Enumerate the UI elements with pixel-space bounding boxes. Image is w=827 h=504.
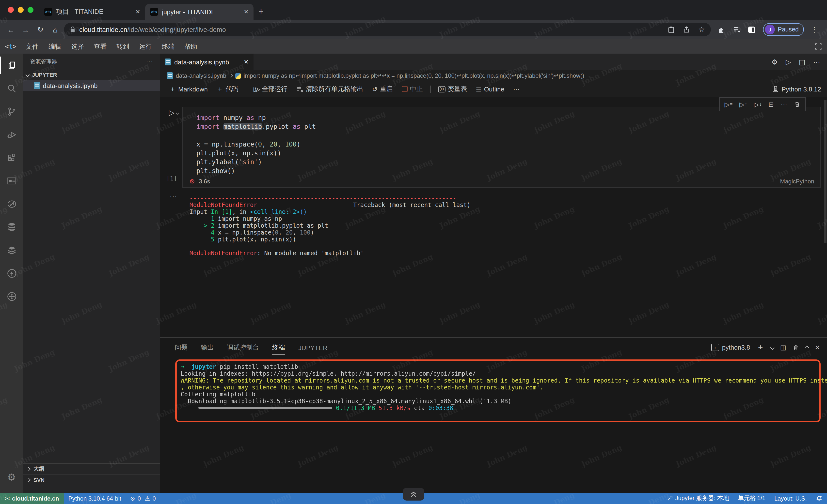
- kill-terminal-icon[interactable]: [792, 344, 799, 351]
- panel-tab-output[interactable]: 输出: [201, 341, 214, 354]
- delete-cell-icon[interactable]: [794, 101, 800, 108]
- sidebar-more-actions-icon[interactable]: ···: [146, 58, 153, 64]
- panel-tab-terminal[interactable]: 终端: [272, 341, 285, 354]
- address-bar[interactable]: cloud.titanide.cn/ide/web/coding/jupyter…: [64, 22, 711, 37]
- editor-scrollbar[interactable]: [824, 100, 827, 243]
- minimize-window-button[interactable]: [18, 7, 23, 13]
- add-markdown-button[interactable]: ＋Markdown: [166, 85, 211, 94]
- variables-button[interactable]: (x)变量表: [435, 85, 471, 94]
- python-icon: [235, 73, 240, 78]
- menu-run[interactable]: 运行: [135, 42, 156, 51]
- extensions-puzzle-icon[interactable]: [718, 25, 726, 34]
- run-all-button[interactable]: ▷▷全部运行: [250, 85, 291, 94]
- problems-status[interactable]: ⊗0 ⚠0: [126, 495, 160, 502]
- terminal-output[interactable]: ➜ jupyter pip install matplotlibLooking …: [181, 363, 815, 411]
- run-notebook-icon[interactable]: ▷: [786, 58, 791, 66]
- activity-source-control-button[interactable]: [0, 100, 23, 123]
- activity-run-debug-button[interactable]: [0, 123, 23, 146]
- terminal-dropdown-icon[interactable]: [770, 345, 774, 350]
- split-cell-icon[interactable]: ⊟: [768, 101, 774, 108]
- activity-preview-button[interactable]: [0, 169, 23, 192]
- activity-power-button[interactable]: [0, 262, 23, 285]
- panel-tab-debug-console[interactable]: 调试控制台: [227, 341, 259, 354]
- shell-selector[interactable]: › python3.8: [711, 344, 750, 351]
- outline-button[interactable]: ☰Outline: [472, 85, 508, 93]
- kernel-picker[interactable]: Python 3.8.12: [772, 85, 821, 93]
- reload-icon[interactable]: ↻: [35, 25, 46, 34]
- side-panel-icon[interactable]: [748, 26, 755, 33]
- back-icon[interactable]: ←: [5, 25, 17, 34]
- sidebar-section-svn[interactable]: SVN: [23, 474, 160, 485]
- file-item-notebook[interactable]: data-analysis.ipynb: [23, 80, 160, 91]
- settings-gear-icon[interactable]: ⚙: [0, 466, 23, 489]
- close-tab-icon[interactable]: ✕: [135, 8, 140, 15]
- jupyter-server-status[interactable]: Jupyter 服务器: 本地: [662, 494, 733, 503]
- save-page-icon[interactable]: [668, 26, 674, 33]
- menu-help[interactable]: 帮助: [180, 42, 202, 51]
- panel-tab-jupyter[interactable]: JUPYTER: [298, 342, 327, 353]
- activity-database-button[interactable]: [0, 215, 23, 238]
- browser-tab-jupyter[interactable]: <t> jupyter - TITANIDE ✕: [145, 4, 253, 20]
- close-editor-tab-icon[interactable]: ✕: [244, 58, 249, 65]
- interrupt-button[interactable]: 中止: [398, 85, 426, 94]
- menu-edit[interactable]: 编辑: [44, 42, 66, 51]
- editor-tab-notebook[interactable]: data-analysis.ipynb ✕: [160, 54, 253, 70]
- breadcrumb[interactable]: data-analysis.ipynb import numpy as np↵i…: [160, 70, 827, 81]
- activity-extensions-button[interactable]: [0, 146, 23, 169]
- browser-profile-button[interactable]: J Paused: [763, 23, 804, 36]
- notebook-settings-gear-icon[interactable]: ⚙: [772, 58, 778, 66]
- new-terminal-icon[interactable]: ＋: [757, 342, 765, 352]
- run-cell-button[interactable]: ▷: [169, 108, 179, 117]
- forward-icon[interactable]: →: [20, 25, 32, 34]
- maximize-panel-icon[interactable]: [805, 345, 809, 350]
- split-terminal-icon[interactable]: ◫: [780, 344, 786, 351]
- browser-menu-icon[interactable]: ⋮: [811, 25, 818, 34]
- menu-terminal[interactable]: 终端: [157, 42, 179, 51]
- layout-status[interactable]: Layout: U.S.: [770, 495, 811, 502]
- activity-svn-button[interactable]: [0, 192, 23, 215]
- panel-tab-problems[interactable]: 问题: [175, 341, 188, 354]
- restore-panel-button[interactable]: [403, 488, 424, 501]
- home-icon[interactable]: ⌂: [49, 25, 61, 34]
- notifications-bell-icon[interactable]: [811, 495, 827, 502]
- menu-file[interactable]: 文件: [21, 42, 43, 51]
- playlist-icon[interactable]: [733, 26, 741, 33]
- fullscreen-icon[interactable]: [815, 43, 822, 50]
- editor-more-actions-icon[interactable]: ···: [813, 58, 820, 66]
- execute-cell-and-below-icon[interactable]: ▷≡: [725, 101, 733, 108]
- clear-outputs-button[interactable]: 清除所有单元格输出: [293, 85, 367, 94]
- run-below-icon[interactable]: ▷↓: [754, 101, 762, 108]
- breadcrumb-file[interactable]: data-analysis.ipynb: [176, 72, 226, 79]
- activity-search-button[interactable]: [0, 77, 23, 100]
- run-above-icon[interactable]: ▷↑: [739, 101, 747, 108]
- share-icon[interactable]: [683, 26, 689, 33]
- menu-selection[interactable]: 选择: [67, 42, 88, 51]
- python-interpreter-status[interactable]: Python 3.10.4 64-bit: [64, 495, 126, 502]
- cell-code[interactable]: import numpy as npimport matplotlib.pypl…: [183, 107, 820, 175]
- output-collapse-dots[interactable]: ···: [170, 193, 177, 200]
- bookmark-star-icon[interactable]: ☆: [698, 25, 705, 34]
- close-window-button[interactable]: [8, 7, 14, 13]
- close-panel-icon[interactable]: ✕: [815, 344, 820, 351]
- close-tab-icon[interactable]: ✕: [244, 8, 249, 15]
- activity-redis-button[interactable]: [0, 238, 23, 262]
- restart-kernel-button[interactable]: ↺重启: [369, 85, 396, 94]
- remote-indicator[interactable]: >< cloud.titanide.cn: [0, 493, 64, 504]
- menu-view[interactable]: 查看: [89, 42, 111, 51]
- menu-goto[interactable]: 转到: [112, 42, 134, 51]
- maximize-window-button[interactable]: [28, 7, 34, 13]
- breadcrumb-code-summary[interactable]: import numpy as np↵import matplotlib.pyp…: [243, 72, 584, 79]
- cell-indicator-status[interactable]: 单元格 1/1: [733, 494, 770, 503]
- sidebar-section-outline[interactable]: 大纲: [23, 463, 160, 474]
- cell-more-actions-icon[interactable]: ···: [781, 101, 787, 108]
- add-code-button[interactable]: ＋代码: [213, 85, 242, 94]
- sidebar-section-jupyter[interactable]: JUPYTER: [23, 69, 160, 80]
- code-cell[interactable]: import numpy as npimport matplotlib.pypl…: [182, 107, 821, 188]
- browser-tab-project[interactable]: <t> 项目 - TITANIDE ✕: [39, 4, 145, 20]
- cell-language[interactable]: MagicPython: [780, 178, 814, 185]
- new-tab-button[interactable]: +: [258, 6, 263, 17]
- activity-explorer-button[interactable]: [0, 54, 23, 77]
- split-editor-icon[interactable]: ◫: [799, 58, 805, 66]
- toolbar-more-icon[interactable]: ···: [510, 85, 523, 93]
- activity-scale-button[interactable]: [0, 285, 23, 308]
